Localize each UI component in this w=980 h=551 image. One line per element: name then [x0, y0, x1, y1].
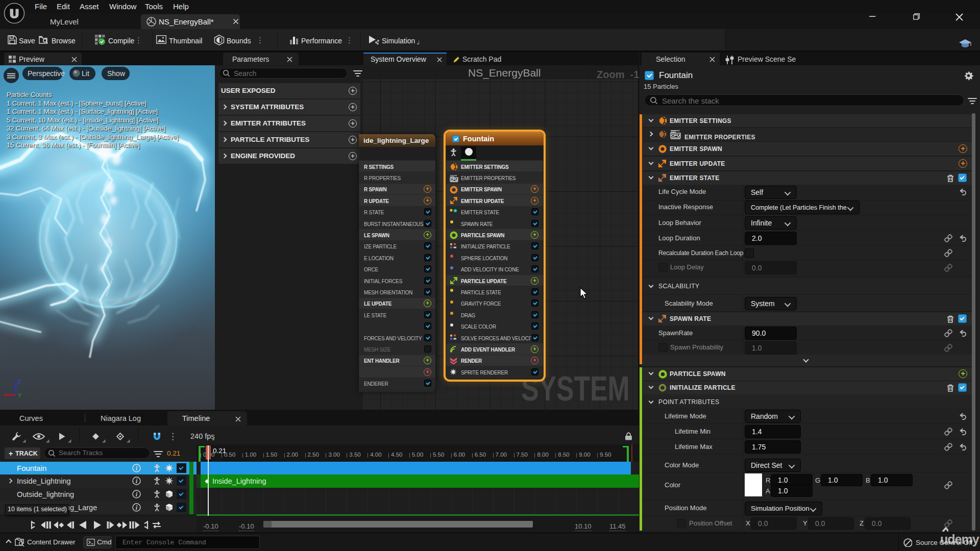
svg-text:i: i — [136, 504, 138, 511]
svg-text:i: i — [136, 491, 138, 498]
svg-text:i: i — [136, 478, 138, 485]
svg-text:i: i — [136, 465, 138, 472]
svg-text:CPU: CPU — [671, 133, 680, 138]
svg-text:CPU: CPU — [451, 178, 458, 181]
svg-text:Z: Z — [17, 379, 21, 385]
svg-text:Y: Y — [18, 392, 22, 398]
